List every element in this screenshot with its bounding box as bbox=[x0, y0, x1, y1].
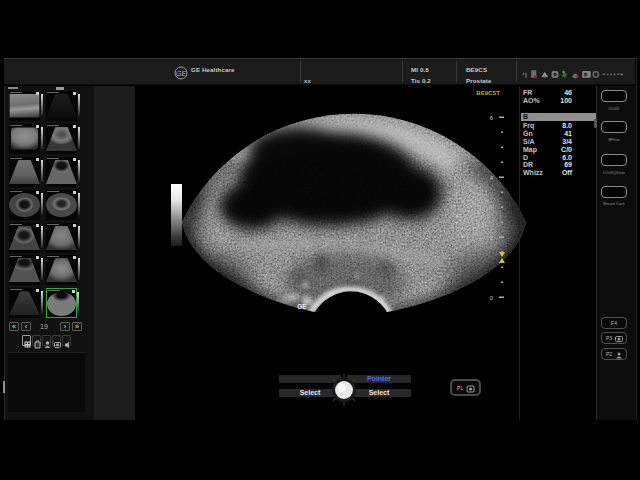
svg-text:GE: GE bbox=[176, 70, 186, 77]
svg-text:BE9CST: BE9CST bbox=[476, 90, 500, 96]
svg-text:6: 6 bbox=[490, 115, 494, 121]
svg-text:0: 0 bbox=[490, 295, 494, 301]
svg-text:GE: GE bbox=[297, 303, 307, 310]
